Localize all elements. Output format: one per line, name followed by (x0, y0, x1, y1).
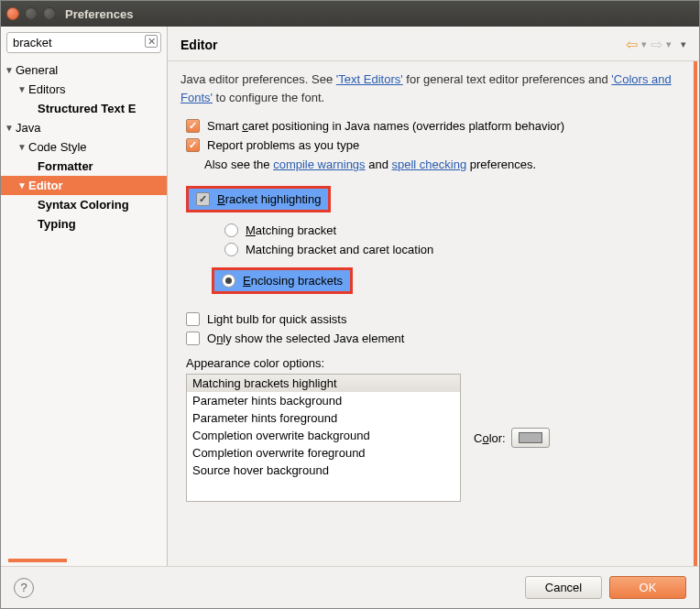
content-pane: Editor ⇦ ▾ ⇨ ▾ ▾ Java editor preferences… (168, 27, 699, 566)
opt-light-bulb[interactable]: Light bulb for quick assists (186, 312, 681, 326)
list-item[interactable]: Parameter hints background (187, 392, 460, 409)
tree-item-general[interactable]: ▼General (1, 60, 167, 80)
also-see-note: Also see the compile warnings and spell … (204, 158, 681, 171)
checkbox-icon[interactable] (186, 332, 200, 345)
appearance-color-list[interactable]: Matching brackets highlight Parameter hi… (186, 374, 461, 502)
checkbox-icon[interactable] (186, 138, 200, 152)
tree-item-structured-text[interactable]: Structured Text E (1, 99, 167, 118)
opt-enclosing-brackets[interactable]: Enclosing brackets (212, 267, 353, 294)
filter-search: ✕ (6, 32, 161, 53)
sidebar: ✕ ▼General ▼Editors Structured Text E ▼J… (1, 27, 168, 566)
link-spell-checking[interactable]: spell checking (392, 158, 467, 171)
window-maximize-button[interactable] (43, 7, 56, 20)
tree-item-editor[interactable]: ▼Editor (1, 176, 167, 195)
checkbox-icon[interactable] (196, 192, 210, 206)
sidebar-indicator (8, 559, 67, 562)
tree-item-java[interactable]: ▼Java (1, 118, 167, 137)
help-text: Java editor preferences. See 'Text Edito… (180, 71, 681, 106)
opt-matching-caret-location[interactable]: Matching bracket and caret location (224, 243, 681, 256)
opt-bracket-highlighting[interactable]: Bracket highlighting (186, 186, 331, 212)
list-item[interactable]: Completion overwrite foreground (187, 444, 460, 462)
content-header: Editor ⇦ ▾ ⇨ ▾ ▾ (168, 27, 699, 61)
help-button[interactable]: ? (14, 578, 34, 598)
radio-icon[interactable] (224, 223, 238, 237)
window-title: Preferences (65, 7, 133, 21)
list-item[interactable]: Matching brackets highlight (187, 375, 460, 392)
tree-item-syntax-coloring[interactable]: Syntax Coloring (1, 195, 167, 214)
checkbox-icon[interactable] (186, 312, 200, 326)
color-label: Color: (474, 431, 506, 445)
nav-forward-menu-icon[interactable]: ▾ (666, 38, 672, 50)
nav-back-menu-icon[interactable]: ▾ (641, 38, 647, 50)
preference-tree: ▼General ▼Editors Structured Text E ▼Jav… (1, 59, 167, 555)
radio-icon[interactable] (222, 274, 235, 288)
list-item[interactable]: Completion overwrite background (187, 427, 460, 444)
window-minimize-button[interactable] (25, 7, 38, 20)
opt-matching-bracket[interactable]: Matching bracket (224, 223, 681, 237)
tree-item-editors[interactable]: ▼Editors (1, 80, 167, 99)
view-menu-icon[interactable]: ▾ (681, 38, 686, 50)
tree-item-code-style[interactable]: ▼Code Style (1, 137, 167, 157)
clear-search-icon[interactable]: ✕ (145, 35, 158, 48)
link-text-editors[interactable]: 'Text Editors' (336, 72, 403, 86)
window-close-button[interactable] (6, 7, 19, 20)
dialog-footer: ? Cancel OK (1, 566, 699, 608)
tree-item-typing[interactable]: Typing (1, 214, 167, 234)
page-title: Editor (180, 38, 626, 52)
color-picker-button[interactable] (511, 428, 550, 448)
color-swatch (519, 432, 542, 443)
nav-back-icon[interactable]: ⇦ (626, 36, 638, 53)
list-item[interactable]: Parameter hints foreground (187, 409, 460, 427)
nav-forward-icon: ⇨ (651, 36, 662, 53)
ok-button[interactable]: OK (609, 576, 686, 599)
filter-input[interactable] (6, 32, 161, 53)
opt-only-selected[interactable]: Only show the selected Java element (186, 332, 681, 345)
radio-icon[interactable] (224, 243, 238, 256)
tree-item-formatter[interactable]: Formatter (1, 157, 167, 176)
checkbox-icon[interactable] (186, 119, 200, 133)
opt-smart-caret[interactable]: Smart caret positioning in Java names (o… (186, 119, 681, 133)
opt-report-problems[interactable]: Report problems as you type (186, 138, 681, 152)
appearance-color-label: Appearance color options: (186, 356, 681, 370)
link-compile-warnings[interactable]: compile warnings (273, 158, 365, 171)
titlebar: Preferences (1, 1, 699, 27)
cancel-button[interactable]: Cancel (525, 576, 602, 599)
list-item[interactable]: Source hover background (187, 462, 460, 479)
